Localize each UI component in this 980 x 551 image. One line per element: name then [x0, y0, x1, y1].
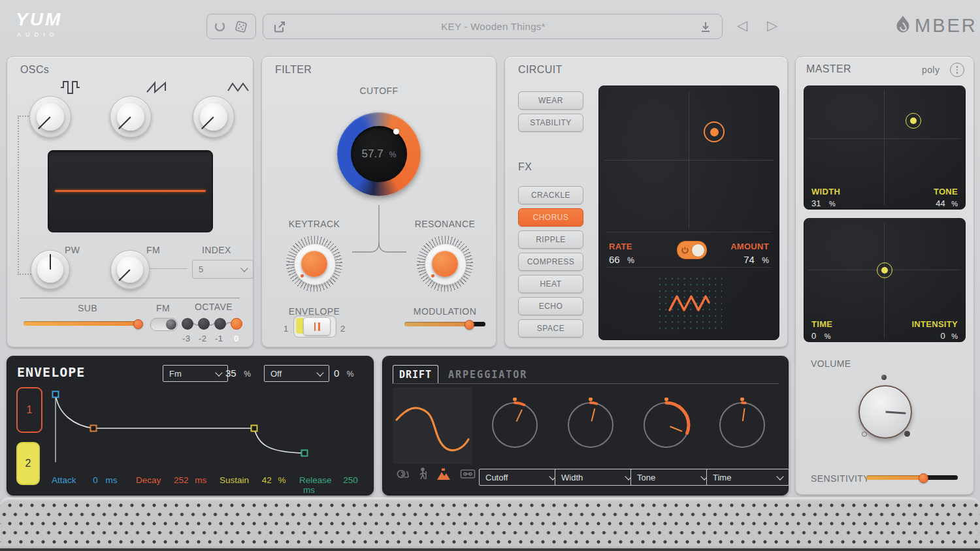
fx-power-toggle[interactable] — [677, 241, 707, 259]
attack-readout[interactable]: Attack 0 ms — [52, 475, 118, 485]
mod1-amount[interactable]: 35 — [225, 368, 237, 379]
envelope-title: ENVELOPE — [17, 364, 85, 380]
mountain-flag-icon[interactable] — [436, 467, 451, 480]
octave-dot-0[interactable] — [231, 318, 242, 330]
pw-knob[interactable] — [31, 250, 70, 289]
rate-value[interactable]: 66 — [609, 254, 620, 265]
modulation-slider-thumb[interactable] — [465, 320, 474, 330]
ember-plugin-window: YUM AUDIO — [0, 0, 980, 551]
sub-slider-thumb[interactable] — [133, 319, 143, 329]
drift-target3-dropdown[interactable]: Tone — [630, 469, 713, 486]
pad1-marker[interactable] — [906, 113, 921, 129]
fx-xy-pad[interactable]: RATE 66 % AMOUNT 74 % — [598, 86, 779, 340]
fx-compress-button[interactable]: COMPRESS — [518, 253, 583, 271]
release-handle — [302, 450, 308, 456]
drift-target1-dropdown[interactable]: Cutoff — [479, 469, 562, 486]
amount-value[interactable]: 74 — [743, 254, 755, 265]
mod2-amount[interactable]: 0 — [334, 368, 339, 379]
save-preset-icon[interactable] — [700, 21, 711, 33]
hiker-icon[interactable] — [418, 467, 427, 480]
octave-dot--2[interactable] — [198, 318, 210, 330]
fx-echo-button[interactable]: ECHO — [518, 297, 583, 315]
decay-value[interactable]: 252 — [174, 475, 189, 485]
drift-target2-dropdown[interactable]: Width — [555, 469, 638, 486]
dice-icon[interactable] — [233, 19, 249, 35]
chevron-down-icon — [776, 473, 783, 480]
tab-arpeggiator[interactable]: ARPEGGIATOR — [448, 369, 527, 381]
drift-knob-tone[interactable] — [639, 398, 694, 452]
preset-name[interactable]: KEY - Wooden Things* — [287, 21, 700, 32]
sensitivity-label: SENSITIVITY — [811, 473, 870, 484]
next-preset-button[interactable]: ▷ — [767, 18, 777, 33]
tape-icon[interactable] — [460, 469, 476, 479]
modulation-slider[interactable] — [404, 322, 485, 326]
sensitivity-slider[interactable] — [866, 475, 958, 480]
envelope-slot2-button[interactable]: 2 — [16, 442, 40, 485]
chevron-down-icon — [215, 369, 222, 376]
target2-value: Width — [561, 473, 583, 482]
sub-slider[interactable] — [24, 321, 142, 326]
envelope-panel: ENVELOPE Fm 35 % Off 0 % 1 2 — [7, 356, 374, 496]
attack-value[interactable]: 0 — [93, 475, 98, 485]
sensitivity-slider-thumb[interactable] — [919, 473, 928, 483]
sustain-readout[interactable]: Sustain 42 % — [220, 475, 286, 485]
drift-target4-dropdown[interactable]: Time — [706, 469, 789, 486]
pulse-wave-icon — [59, 78, 86, 97]
target3-value: Tone — [637, 473, 655, 482]
drift-knob-width[interactable] — [563, 398, 618, 452]
amount-label: AMOUNT — [730, 242, 769, 251]
release-readout[interactable]: Release 250 ms — [299, 475, 373, 495]
mod1-dropdown[interactable]: Fm — [163, 365, 228, 382]
octave-option--3[interactable]: -3 — [182, 334, 190, 343]
octave-option--1[interactable]: -1 — [215, 334, 223, 343]
fx-heat-button[interactable]: HEAT — [518, 275, 583, 293]
product-name: MBER — [915, 15, 977, 37]
release-value[interactable]: 250 — [343, 475, 358, 485]
preset-bar[interactable]: KEY - Wooden Things* — [263, 14, 723, 39]
time-intensity-pad[interactable]: TIME 0 % INTENSITY 0 % — [804, 218, 966, 342]
mod2-dropdown[interactable]: Off — [264, 365, 329, 382]
cutoff-indicator-dot — [393, 129, 399, 134]
filter-envelope-switch[interactable] — [293, 315, 336, 338]
target4-value: Time — [713, 473, 731, 482]
envelope-curve-display[interactable] — [49, 383, 369, 471]
volume-knob[interactable] — [858, 385, 912, 439]
randomize-group — [206, 14, 256, 39]
scope-trace — [55, 190, 206, 192]
fx-crackle-button[interactable]: CRACKLE — [518, 186, 583, 204]
octave-dot--1[interactable] — [214, 318, 226, 330]
time-unit: % — [825, 332, 831, 340]
decay-readout[interactable]: Decay 252 ms — [136, 475, 206, 485]
envelope-slot1-button[interactable]: 1 — [16, 387, 42, 433]
osc2-knob[interactable] — [110, 96, 152, 138]
osc3-knob[interactable] — [193, 96, 235, 138]
octave-dot--3[interactable] — [182, 318, 193, 330]
fm-toggle[interactable] — [150, 318, 178, 331]
index-dropdown[interactable]: 5 — [192, 260, 253, 279]
target1-value: Cutoff — [485, 473, 508, 482]
master-menu-icon[interactable] — [950, 63, 964, 77]
fx-chorus-button[interactable]: CHORUS — [518, 208, 583, 227]
osc1-knob[interactable] — [29, 96, 71, 138]
width-tone-pad[interactable]: WIDTH 31 % TONE 44 % — [804, 86, 966, 210]
wear-button[interactable]: WEAR — [518, 91, 583, 110]
prev-preset-button[interactable]: ◁ — [737, 18, 747, 33]
switch-handle[interactable] — [303, 317, 331, 336]
fm-knob[interactable] — [110, 250, 150, 289]
fx-pad-marker[interactable] — [704, 121, 725, 142]
tab-drift[interactable]: DRIFT — [393, 365, 438, 384]
undo-icon[interactable] — [214, 20, 226, 33]
poly-mode-dropdown[interactable]: poly — [922, 65, 939, 75]
stability-button[interactable]: STABILITY — [518, 114, 583, 132]
drift-knob-cutoff[interactable] — [487, 398, 542, 452]
fx-space-button[interactable]: SPACE — [518, 319, 583, 338]
octave-option--2[interactable]: -2 — [199, 334, 206, 343]
snail-icon[interactable] — [395, 468, 410, 480]
drift-knob-time[interactable] — [715, 398, 770, 452]
fx-ripple-button[interactable]: RIPPLE — [518, 230, 583, 249]
pad2-marker[interactable] — [877, 262, 892, 278]
share-icon[interactable] — [272, 20, 287, 34]
sustain-value[interactable]: 42 — [262, 475, 272, 485]
cutoff-knob[interactable]: 57.7 % — [337, 112, 421, 196]
octave-option-0[interactable]: 0 — [234, 334, 239, 343]
